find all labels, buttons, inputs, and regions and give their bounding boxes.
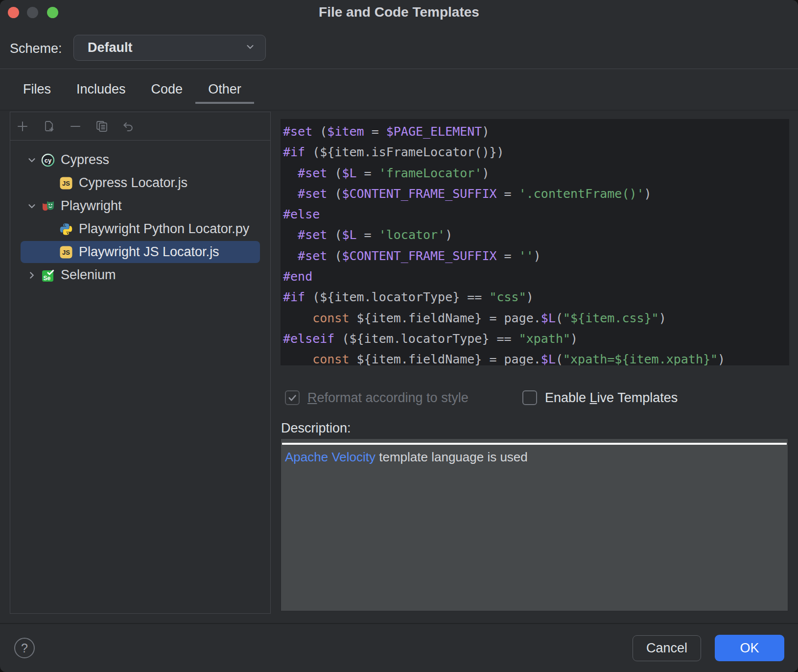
svg-text:Se: Se [44, 275, 51, 282]
selenium-icon: Se [41, 268, 55, 282]
code-line: #set ($CONTENT_FRAME_SUFFIX = '.contentF… [283, 184, 789, 204]
duplicate-template-button[interactable] [94, 119, 109, 134]
chevron-right-icon[interactable] [25, 269, 38, 282]
tree-item[interactable]: cyCypress [10, 148, 270, 171]
code-token: const [312, 352, 349, 365]
code-token: (${item.isFrameLocator()}) [305, 145, 504, 159]
cypress-icon: cy [41, 153, 55, 167]
tree-item-label: Cypress [61, 152, 109, 168]
code-token: = [497, 249, 519, 263]
code-token: ) [718, 352, 725, 365]
svg-text:JS: JS [62, 180, 70, 187]
code-token: $CONTENT_FRAME_SUFFIX [342, 187, 496, 201]
revert-template-button[interactable] [121, 119, 136, 134]
code-token [283, 187, 298, 201]
code-token [283, 166, 298, 180]
tab-other[interactable]: Other [195, 76, 254, 104]
reformat-label: Reformat according to style [307, 390, 469, 406]
tree-item[interactable]: Playwright Python Locator.py [10, 217, 270, 240]
templates-tree: cyCypressJSCypress Locator.jsPlaywrightP… [10, 141, 270, 287]
checkmark-icon [286, 391, 299, 405]
code-token [283, 249, 298, 263]
tree-item[interactable]: Playwright [10, 194, 270, 217]
code-line: #set ($item = $PAGE_ELEMENT) [283, 121, 789, 142]
code-token: "xpath=${item.xpath}" [563, 352, 718, 365]
code-line: #if (${item.isFrameLocator()}) [283, 142, 789, 163]
code-token: ( [327, 166, 342, 180]
add-template-button[interactable] [15, 119, 30, 134]
scheme-selected-value: Default [88, 40, 245, 55]
new-from-template-button[interactable] [42, 119, 56, 134]
ok-button[interactable]: OK [715, 635, 784, 661]
code-token: (${item.locatorType} == [305, 290, 489, 304]
code-token: ) [570, 332, 578, 346]
code-token: 'locator' [379, 228, 445, 242]
code-line: #set ($L = 'frameLocator') [283, 163, 789, 184]
code-token: ) [445, 228, 452, 242]
code-token: ( [327, 228, 342, 242]
tree-item-label: Selenium [61, 267, 116, 283]
code-token: = [357, 228, 379, 242]
tab-includes[interactable]: Includes [64, 76, 139, 104]
code-token: $L [342, 228, 356, 242]
code-token: $L [541, 352, 556, 365]
code-token: ( [556, 311, 563, 325]
template-category-tabs: Files Includes Code Other [10, 76, 254, 104]
code-token: ) [534, 249, 541, 263]
code-token: ) [644, 187, 652, 201]
live-templates-label: Enable Live Templates [545, 390, 678, 406]
code-token [283, 352, 312, 365]
live-templates-option: Enable Live Templates [522, 389, 678, 406]
code-token: #if [283, 145, 305, 159]
code-token: ( [327, 249, 342, 263]
cancel-button[interactable]: Cancel [633, 635, 701, 661]
code-token: $PAGE_ELEMENT [386, 124, 482, 139]
tab-code[interactable]: Code [139, 76, 196, 104]
code-line: #end [283, 266, 789, 287]
code-token: #else [283, 207, 320, 221]
tab-files[interactable]: Files [10, 76, 64, 104]
code-token: #set [298, 187, 327, 201]
help-button[interactable]: ? [14, 638, 35, 658]
tree-item-label: Playwright JS Locator.js [79, 244, 219, 260]
scheme-select[interactable]: Default [73, 35, 266, 61]
svg-text:JS: JS [62, 249, 70, 256]
tree-item[interactable]: JSPlaywright JS Locator.js [10, 240, 270, 264]
code-token: = [357, 166, 379, 180]
chevron-down-icon[interactable] [25, 200, 38, 213]
chevron-down-icon [245, 42, 256, 54]
tree-item-label: Playwright [61, 198, 122, 214]
remove-template-button[interactable] [68, 119, 83, 134]
code-token: #elseif [283, 332, 334, 346]
code-token: #end [283, 269, 312, 284]
code-token: #set [298, 249, 327, 263]
code-token: #set [298, 166, 327, 180]
code-token: $L [342, 166, 356, 180]
code-token: "${item.css}" [563, 311, 659, 325]
tree-item[interactable]: JSCypress Locator.js [10, 171, 270, 194]
reformat-checkbox [285, 390, 300, 405]
code-token: ( [327, 187, 342, 201]
description-divider [282, 443, 787, 445]
code-token: $item [327, 124, 364, 139]
code-token: '' [519, 249, 534, 263]
js-icon: JS [59, 245, 73, 259]
code-line: const ${item.fieldName} = page.$L("xpath… [283, 349, 789, 365]
templates-panel: cyCypressJSCypress Locator.jsPlaywrightP… [10, 112, 271, 614]
apache-velocity-link[interactable]: Apache Velocity [285, 450, 376, 464]
code-token: ) [482, 166, 489, 180]
code-token: $L [541, 311, 556, 325]
code-token: ( [556, 352, 563, 365]
code-token: ) [659, 311, 666, 325]
tree-item[interactable]: SeSelenium [10, 264, 270, 287]
live-templates-checkbox[interactable] [522, 390, 537, 405]
code-line: #set ($L = 'locator') [283, 225, 789, 245]
code-token: const [312, 311, 349, 325]
reformat-option: Reformat according to style [285, 389, 469, 406]
code-line: #if (${item.locatorType} == "css") [283, 287, 789, 308]
code-token: '.contentFrame()' [519, 187, 644, 201]
template-editor[interactable]: #set ($item = $PAGE_ELEMENT)#if (${item.… [281, 119, 789, 365]
chevron-down-icon[interactable] [25, 154, 38, 167]
code-line: #elseif (${item.locatorType} == "xpath") [283, 329, 789, 349]
code-token: ${item.fieldName} = page. [349, 311, 540, 325]
